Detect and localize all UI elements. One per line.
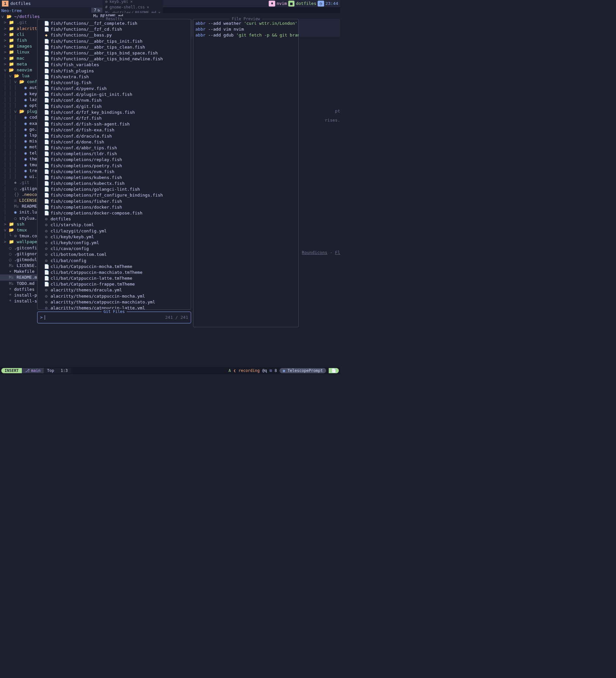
result-item[interactable]: ⚙cli/starship.toml xyxy=(38,222,190,228)
result-item[interactable]: 📄fish/completions/kubectx.fish xyxy=(38,181,190,186)
telescope-results[interactable]: Results 📄fish/functions/__fzf_complete.f… xyxy=(37,19,191,310)
tree-root[interactable]: ~/dotfiles xyxy=(14,14,39,19)
result-item[interactable]: 📄fish/completions/docker.fish xyxy=(38,204,190,210)
git-branch: ⎇ main xyxy=(22,368,44,374)
result-item[interactable]: 📄fish/completions/fisher.fish xyxy=(38,198,190,204)
filetype: ◉ TelescopePrompt xyxy=(280,368,326,374)
cursor xyxy=(45,315,45,320)
result-item[interactable]: 📄fish/completions/poetry.fish xyxy=(38,163,190,169)
telescope-picker: Results 📄fish/functions/__fzf_complete.f… xyxy=(37,19,299,327)
result-item[interactable]: 📄fish/completions/docker-compose.fish xyxy=(38,210,190,216)
result-item[interactable]: 📄fish/functions/__fzf_cd.fish xyxy=(38,27,190,32)
result-item[interactable]: 📄fish/conf.d/git.fish xyxy=(38,104,190,110)
result-item[interactable]: 📄fish/completions/tldr.fish xyxy=(38,151,190,157)
buffer-tabbar: 7 ↻ ⚙keyb.yml×#gnome-shell.css×M↓dotfile… xyxy=(91,7,340,13)
window-index: 1 xyxy=(2,1,8,6)
result-item[interactable]: 📄fish/completions/kubens.fish xyxy=(38,175,190,181)
result-item[interactable]: 📄fish/extra.fish xyxy=(38,74,190,80)
tab-count: 7 ↻ xyxy=(91,7,102,13)
result-item[interactable]: 📄fish/completions/nvm.fish xyxy=(38,169,190,175)
result-item[interactable]: ⚙cli/lazygit/config.yml xyxy=(38,228,190,234)
session-name: dotfiles xyxy=(296,1,316,6)
result-item[interactable]: 📄fish/completions/fzf_configure_bindings… xyxy=(38,192,190,198)
buffer-tab[interactable]: ⚙keyb.yml× xyxy=(102,0,163,5)
markdown-icon: M↓ xyxy=(93,13,99,19)
result-item[interactable]: 📄fish/conf.d/nvm.fish xyxy=(38,98,190,103)
result-item[interactable]: 📄fish/functions/__abbr_tips_bind_space.f… xyxy=(38,50,190,56)
result-item[interactable]: ⚙dotfiles xyxy=(38,216,190,222)
file-icon: 📄 xyxy=(329,368,339,374)
bg-text: rises. xyxy=(325,117,340,123)
prompt-symbol: > xyxy=(40,314,43,321)
result-counter: 241 / 241 xyxy=(165,314,188,321)
result-item[interactable]: 📄fish/conf.d/pyenv.fish xyxy=(38,86,190,91)
winbar: M↓ README.md xyxy=(91,13,340,19)
result-item[interactable]: ⚙cli/bottom/bottom.toml xyxy=(38,252,190,258)
result-item[interactable]: ⚙cli/cava/config xyxy=(38,246,190,252)
clock-icon: ◷ xyxy=(318,1,324,6)
result-item[interactable]: 📄fish/conf.d/fzf.fish xyxy=(38,115,190,121)
result-item[interactable]: ⚙cli/keyb/config.yml xyxy=(38,240,190,246)
results-title: Results xyxy=(104,16,124,22)
app-icon: ♦ xyxy=(269,1,275,6)
result-item[interactable]: 📄fish/completions/replay.fish xyxy=(38,157,190,163)
preview-line: abbr --add vim nvim xyxy=(195,27,296,32)
clock-time: 23:44 xyxy=(325,1,338,6)
result-item[interactable]: ⚙alacritty/themes/dracula.yml xyxy=(38,287,190,293)
recording-indicator: recording xyxy=(239,368,260,374)
result-item[interactable]: 📄fish/completions/golangci-lint.fish xyxy=(38,186,190,192)
preview-title: File Preview xyxy=(230,16,262,22)
result-item[interactable]: 📄cli/bat/Catppuccin-latte.tmTheme xyxy=(38,275,190,281)
tab-count: 8 xyxy=(275,368,277,374)
result-item[interactable]: ⚙alacritty/themes/catppuccin-mocha.yml xyxy=(38,293,190,299)
result-item[interactable]: 📄fish/fish_variables xyxy=(38,62,190,68)
preview-line: abbr --add gdub 'git fetch -p && git bra… xyxy=(195,32,296,38)
macro-register: @q xyxy=(262,368,267,374)
result-item[interactable]: 📄fish/conf.d/done.fish xyxy=(38,139,190,145)
reload-icon: ↻ xyxy=(98,7,100,13)
result-item[interactable]: ⚙alacritty/themes/catppuccin-macchiato.y… xyxy=(38,299,190,305)
result-item[interactable]: 📄fish/conf.d/fish-ssh-agent.fish xyxy=(38,121,190,127)
tmux-titlebar: 1 dotfiles ♦ nvim ■ dotfiles ◷ 23:44 xyxy=(0,0,340,7)
bg-text: pt xyxy=(335,108,340,114)
result-item[interactable]: 📄fish/fish_plugins xyxy=(38,68,190,74)
result-item[interactable]: 📄cli/bat/Catppuccin-macchiato.tmTheme xyxy=(38,270,190,275)
result-item[interactable]: 📄cli/bat/Catppuccin-mocha.tmTheme xyxy=(38,264,190,270)
mode-indicator: INSERT xyxy=(1,368,22,374)
neo-tree-title: Neo-tree xyxy=(0,8,91,14)
telescope-prompt[interactable]: Git Files > 241 / 241 xyxy=(37,312,191,323)
window-title: dotfiles xyxy=(10,1,31,6)
result-item[interactable]: 📄fish/conf.d/dracula.fish xyxy=(38,133,190,139)
result-item[interactable]: 📄cli/bat/Catppuccin-frappe.tmTheme xyxy=(38,281,190,287)
result-item[interactable]: 📄fish/conf.d/abbr_tips.fish xyxy=(38,145,190,151)
result-item[interactable]: ◆fish/functions/__bass.py xyxy=(38,32,190,38)
branch-icon: ⎇ xyxy=(25,368,30,374)
result-item[interactable]: 📄fish/functions/__abbr_tips_bind_newline… xyxy=(38,56,190,62)
result-item[interactable]: 📄fish/functions/__abbr_tips_init.fish xyxy=(38,38,190,44)
result-item[interactable]: 📄fish/conf.d/fzf_key_bindings.fish xyxy=(38,110,190,115)
prompt-title: Git Files xyxy=(101,309,126,314)
tabs-icon: ⊡ xyxy=(270,368,272,374)
app-name: nvim xyxy=(277,1,287,6)
chevron-left-icon: ❮ xyxy=(233,368,236,374)
result-item[interactable]: 📄fish/conf.d/plugin-git_init.fish xyxy=(38,91,190,98)
cursor-position: 1:3 xyxy=(58,368,71,374)
result-item[interactable]: ⚙cli/bat/config xyxy=(38,258,190,264)
session-icon: ■ xyxy=(288,1,295,6)
scroll-position: Top xyxy=(44,368,58,374)
statusline: INSERT ⎇ main Top 1:3 A ❮ recording @q ⊡… xyxy=(0,367,340,374)
result-item[interactable]: ⚙cli/keyb/keyb.yml xyxy=(38,234,190,240)
status-a: A xyxy=(228,368,231,374)
telescope-preview: File Preview abbr --add weather 'curl wt… xyxy=(193,19,299,327)
buffer-tab[interactable]: #gnome-shell.css× xyxy=(102,5,163,10)
result-item[interactable]: 📄fish/conf.d/fish-exa.fish xyxy=(38,127,190,133)
result-item[interactable]: 📄fish/config.fish xyxy=(38,80,190,86)
result-item[interactable]: 📄fish/functions/__abbr_tips_clean.fish xyxy=(38,44,190,50)
